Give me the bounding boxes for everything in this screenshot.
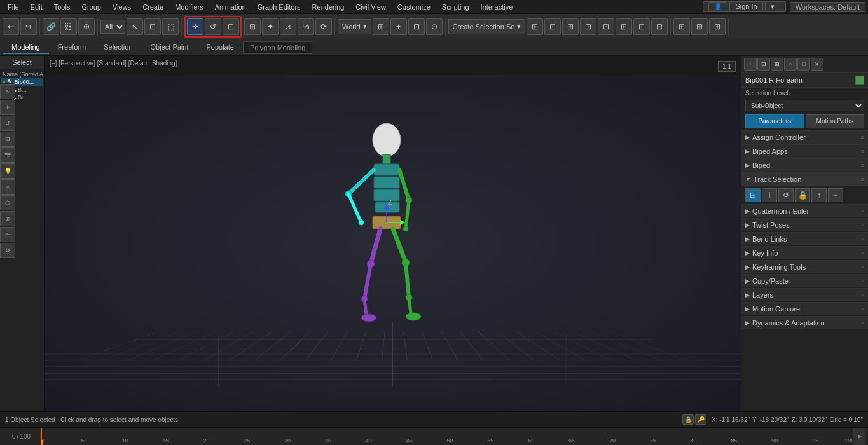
camera-icon[interactable]: 📷 <box>0 147 15 163</box>
rp-icon3[interactable]: ⊞ <box>771 58 783 71</box>
rp-icon6[interactable]: ✕ <box>811 58 823 71</box>
extra1-btn[interactable]: ⊞ <box>673 18 690 35</box>
timeline-track[interactable]: 0 5 10 15 20 25 30 35 40 45 50 55 60 65 … <box>41 428 853 445</box>
slate-btn[interactable]: ⊡ <box>580 18 596 35</box>
parameters-button[interactable]: Parameters <box>745 114 804 128</box>
signin-button[interactable]: 👤 Sign In ▾ <box>703 1 785 12</box>
track-view-btn[interactable]: ⊡ <box>651 18 668 35</box>
tab-freeform[interactable]: Freeform <box>49 41 95 54</box>
rp-icon4[interactable]: ○ <box>784 58 797 71</box>
render-setup-btn[interactable]: ⊞ <box>527 18 543 35</box>
angle-snap-btn[interactable]: ⊿ <box>280 18 296 35</box>
tab-selection[interactable]: Selection <box>95 41 141 54</box>
menu-item-rendering[interactable]: Rendering <box>307 2 350 12</box>
section-twist-poses[interactable]: ▶ Twist Poses ≡ <box>741 218 868 232</box>
menu-item-graph-editors[interactable]: Graph Editors <box>252 2 306 12</box>
timeline[interactable]: 0 / 100 0 5 10 15 20 25 30 35 40 45 50 5… <box>0 427 868 445</box>
rp-icon5[interactable]: □ <box>797 58 810 71</box>
snap-cycle-btn[interactable]: ⊡ <box>408 18 425 35</box>
snap3d-btn[interactable]: + <box>390 18 407 35</box>
section-biped[interactable]: ▶ Biped ≡ <box>741 158 868 172</box>
snap-toggle-btn[interactable]: ⊙ <box>426 18 443 35</box>
viewport[interactable]: [+] [Perspective] [Standard] [Default Sh… <box>45 56 741 411</box>
timeline-scroll-right[interactable]: ▶ <box>853 428 865 445</box>
create-selection-dropdown[interactable]: Create Selection Se ▾ <box>448 19 526 34</box>
rp-icon1[interactable]: + <box>744 58 757 71</box>
motion-paths-button[interactable]: Motion Paths <box>806 114 865 128</box>
section-copy-paste[interactable]: ▶ Copy/Paste ≡ <box>741 274 868 288</box>
menu-item-create[interactable]: Create <box>137 2 169 12</box>
section-keyframing[interactable]: ▶ Keyframing Tools ≡ <box>741 260 868 274</box>
bind-button[interactable]: ⊕ <box>78 18 95 35</box>
scale-icon[interactable]: ⊡ <box>0 132 15 147</box>
menu-item-views[interactable]: Views <box>107 2 136 12</box>
select-btn[interactable]: ↖ <box>127 18 143 35</box>
geometry-icon[interactable]: △ <box>0 179 15 195</box>
tab-modeling[interactable]: Modeling <box>3 41 49 54</box>
spinner-snap-btn[interactable]: ⟳ <box>315 18 332 35</box>
move-icon[interactable]: ✛ <box>0 100 15 115</box>
extra3-btn[interactable]: ⊞ <box>709 18 726 35</box>
helpers-icon[interactable]: ⊕ <box>0 211 15 226</box>
systems-icon[interactable]: ⚙ <box>0 243 15 258</box>
section-bend-links[interactable]: ▶ Bend Links ≡ <box>741 232 868 246</box>
shapes-icon[interactable]: ⬡ <box>0 195 15 210</box>
menu-item-interactive[interactable]: Interactive <box>476 2 518 12</box>
link-button[interactable]: 🔗 <box>43 18 59 35</box>
tree-item-name[interactable]: Name (Sorted A <box>1 71 43 78</box>
unlink-button[interactable]: ⛓ <box>60 18 77 35</box>
tab-object-paint[interactable]: Object Paint <box>142 41 198 54</box>
menu-item-group[interactable]: Group <box>76 2 106 12</box>
world-dropdown[interactable]: World ▾ <box>338 19 371 34</box>
section-motion-capture[interactable]: ▶ Motion Capture ≡ <box>741 302 868 316</box>
motion-mixer-btn[interactable]: ⊡ <box>633 18 650 35</box>
menu-item-edit[interactable]: Edit <box>25 2 48 12</box>
section-track-selection[interactable]: ▼ Track Selection ≡ <box>741 172 868 186</box>
extra2-btn[interactable]: ⊞ <box>691 18 708 35</box>
track-btn-1[interactable]: ⊟ <box>745 188 761 202</box>
subobject-select[interactable]: Sub-Object <box>745 100 864 111</box>
snap2d-btn[interactable]: ⊞ <box>373 18 389 35</box>
section-biped-apps[interactable]: ▶ Biped Apps ≡ <box>741 144 868 158</box>
menu-item-animation[interactable]: Animation <box>210 2 251 12</box>
menu-item-scripting[interactable]: Scripting <box>437 2 474 12</box>
snap-btn[interactable]: ✦ <box>262 18 279 35</box>
track-btn-up[interactable]: ↑ <box>811 188 827 202</box>
select-region-btn[interactable]: ⊡ <box>144 18 161 35</box>
section-quaternion[interactable]: ▶ Quaternion / Euler ≡ <box>741 204 868 218</box>
spacewarps-icon[interactable]: 〜 <box>0 227 15 242</box>
undo-button[interactable]: ↩ <box>3 18 19 35</box>
mode-select[interactable]: All <box>100 20 125 34</box>
rp-icon2[interactable]: ⊡ <box>757 58 770 71</box>
dope-sheet-btn[interactable]: ⊞ <box>616 18 632 35</box>
section-assign-controller[interactable]: ▶ Assign Controller ≡ <box>741 130 868 144</box>
select-icon[interactable]: ↖ <box>0 84 15 99</box>
rotate-btn[interactable]: ↺ <box>205 18 221 35</box>
signin-dropdown-icon[interactable]: ▾ <box>765 1 780 11</box>
section-layers[interactable]: ▶ Layers ≡ <box>741 288 868 302</box>
menu-item-civil-view[interactable]: Civil View <box>350 2 390 12</box>
material-editor-btn[interactable]: ⊞ <box>562 18 579 35</box>
tab-populate[interactable]: Populate <box>197 41 242 54</box>
menu-item-modifiers[interactable]: Modifiers <box>170 2 209 12</box>
section-dynamics[interactable]: ▶ Dynamics & Adaptation ≡ <box>741 316 868 330</box>
menu-item-file[interactable]: File <box>3 2 24 12</box>
light-icon[interactable]: 💡 <box>0 163 15 179</box>
lock-y-btn[interactable]: 🔑 <box>695 414 706 425</box>
redo-button[interactable]: ↪ <box>20 18 37 35</box>
track-btn-3[interactable]: ↺ <box>778 188 794 202</box>
menu-item-customize[interactable]: Customize <box>392 2 436 12</box>
track-btn-right[interactable]: → <box>828 188 843 202</box>
select-move-btn[interactable]: ✛ <box>187 18 203 35</box>
render-btn[interactable]: ⊡ <box>544 18 561 35</box>
curve-editor-btn[interactable]: ⊡ <box>598 18 614 35</box>
percent-snap-btn[interactable]: % <box>298 18 314 35</box>
track-btn-lock[interactable]: 🔒 <box>795 188 810 202</box>
section-key-info[interactable]: ▶ Key Info ≡ <box>741 246 868 260</box>
scale-btn[interactable]: ⊡ <box>223 18 239 35</box>
rotate-icon[interactable]: ↺ <box>0 116 15 131</box>
select-lasso-btn[interactable]: ⬚ <box>162 18 179 35</box>
track-btn-2[interactable]: I <box>762 188 777 202</box>
menu-item-tools[interactable]: Tools <box>49 2 76 12</box>
lock-x-btn[interactable]: 🔒 <box>682 414 694 425</box>
